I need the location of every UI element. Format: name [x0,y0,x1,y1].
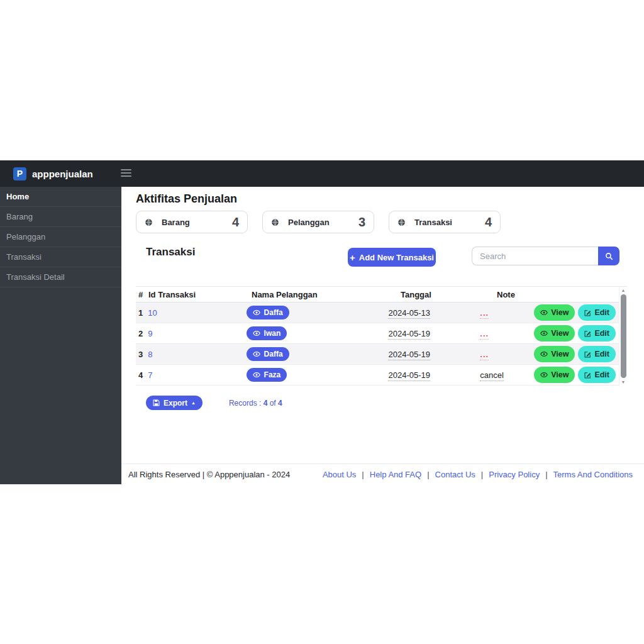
edit-button-label: Edit [594,329,609,338]
eye-icon [253,371,260,379]
scrollbar-thumb[interactable] [621,294,626,378]
table-row: 4 7 Faza 2024-05-19 cancel View [136,365,627,386]
view-button-label: View [551,350,569,358]
view-button[interactable]: View [534,367,575,383]
footer-link-privacy-policy[interactable]: Privacy Policy [489,470,540,479]
view-button[interactable]: View [534,304,575,321]
column-header: Nama Pelanggan [252,290,401,299]
view-button[interactable]: View [534,325,575,341]
edit-button[interactable]: Edit [578,304,616,321]
footer-link-about-us[interactable]: About Us [323,470,356,479]
section-title: Transaksi [146,246,195,258]
eye-icon [253,309,260,316]
transaksi-note: ... [480,308,489,319]
footer-link-separator: | [427,470,429,479]
sidebar-item-transaksi-detail[interactable]: Transaksi Detail [0,267,121,287]
records-current: 4 [264,399,268,408]
edit-icon [584,330,591,337]
brand-name: apppenjualan [32,169,93,179]
table-header: #Id TransaksiNama PelangganTanggalNote [136,286,627,303]
export-row: Export ▲ Records : 4 of 4 [146,396,282,410]
eye-icon [253,330,260,337]
edit-icon [584,351,591,358]
stat-count: 4 [232,215,239,230]
edit-button-label: Edit [594,350,609,358]
row-number: 4 [136,370,148,380]
hamburger-menu-icon[interactable] [121,169,131,177]
brand-logo-icon: P [13,167,26,180]
eye-icon [540,350,548,358]
footer-link-terms-and-conditions[interactable]: Terms And Conditions [553,470,633,479]
search-box [472,247,619,265]
eye-icon [540,309,548,316]
add-new-transaksi-button[interactable]: + Add New Transaksi [348,248,436,267]
globe-icon [271,218,279,226]
globe-icon [145,218,153,226]
eye-icon [253,350,260,358]
sidebar-item-pelanggan[interactable]: Pelanggan [0,227,121,247]
transaksi-note: cancel [480,370,504,381]
stat-card-barang: Barang 4 [136,211,248,233]
sidebar-item-transaksi[interactable]: Transaksi [0,247,121,267]
edit-button[interactable]: Edit [578,346,616,362]
transaksi-id-link[interactable]: 10 [148,308,157,318]
customer-badge[interactable]: Daffa [247,347,289,361]
export-label: Export [164,399,187,408]
customer-badge[interactable]: Daffa [247,306,289,319]
view-button[interactable]: View [534,346,575,362]
globe-icon [397,218,406,226]
footer-link-separator: | [362,470,364,479]
top-navbar: P apppenjualan [0,160,644,187]
eye-icon [540,330,548,337]
table-row: 1 10 Daffa 2024-05-13 ... View [136,303,627,323]
column-header: # [136,290,148,299]
stat-card-pelanggan: Pelanggan 3 [262,211,374,233]
transaksi-id-link[interactable]: 8 [148,350,152,359]
export-button[interactable]: Export ▲ [146,396,203,410]
edit-button-label: Edit [594,370,609,379]
customer-name: Daffa [264,308,283,317]
sidebar-item-home[interactable]: Home [0,187,121,207]
add-new-transaksi-label: Add New Transaksi [359,253,434,262]
column-header: Note [497,290,553,299]
transaksi-date: 2024-05-19 [388,329,430,340]
table-row: 3 8 Daffa 2024-05-19 ... View [136,344,627,365]
search-icon [605,252,613,260]
records-total: 4 [278,399,282,408]
main-content: Aktifitas Penjualan Barang 4 Pelanggan 3… [121,187,644,484]
page-title: Aktifitas Penjualan [136,192,237,206]
search-button[interactable] [598,247,619,265]
stat-card-transaksi: Transaksi 4 [389,211,501,233]
customer-badge[interactable]: Iwan [247,326,287,340]
stat-label: Transaksi [414,218,452,227]
footer: All Rights Reserved | © Apppenjualan - 2… [121,464,644,484]
footer-links: About Us|Help And FAQ|Contact Us|Privacy… [323,470,633,479]
sidebar-menu: HomeBarangPelangganTransaksiTransaksi De… [0,187,121,287]
row-number: 1 [136,308,148,318]
footer-link-contact-us[interactable]: Contact Us [435,470,475,479]
table-row: 2 9 Iwan 2024-05-19 ... View [136,323,627,344]
table-scrollbar[interactable]: ▲ ▼ [619,287,627,386]
page: P apppenjualan HomeBarangPelangganTransa… [0,0,644,644]
edit-button[interactable]: Edit [578,325,616,341]
edit-button[interactable]: Edit [578,367,616,383]
save-icon [153,399,160,406]
transaksi-id-link[interactable]: 7 [148,370,152,380]
scroll-down-icon[interactable]: ▼ [621,379,626,385]
transaksi-note: ... [480,350,489,360]
transaksi-id-link[interactable]: 9 [148,329,152,338]
customer-badge[interactable]: Faza [247,368,287,382]
scroll-up-icon[interactable]: ▲ [621,287,626,293]
brand[interactable]: P apppenjualan [0,167,93,180]
records-label: Records : [229,399,261,408]
stat-label: Barang [162,218,190,227]
stat-cards: Barang 4 Pelanggan 3 Transaksi 4 [136,211,501,233]
edit-icon [584,309,591,316]
footer-link-help-and-faq[interactable]: Help And FAQ [370,470,421,479]
view-button-label: View [551,329,569,338]
transaksi-date: 2024-05-19 [388,370,430,381]
customer-name: Daffa [264,350,283,358]
view-button-label: View [551,370,569,379]
search-input[interactable] [472,247,598,265]
sidebar-item-barang[interactable]: Barang [0,207,121,227]
